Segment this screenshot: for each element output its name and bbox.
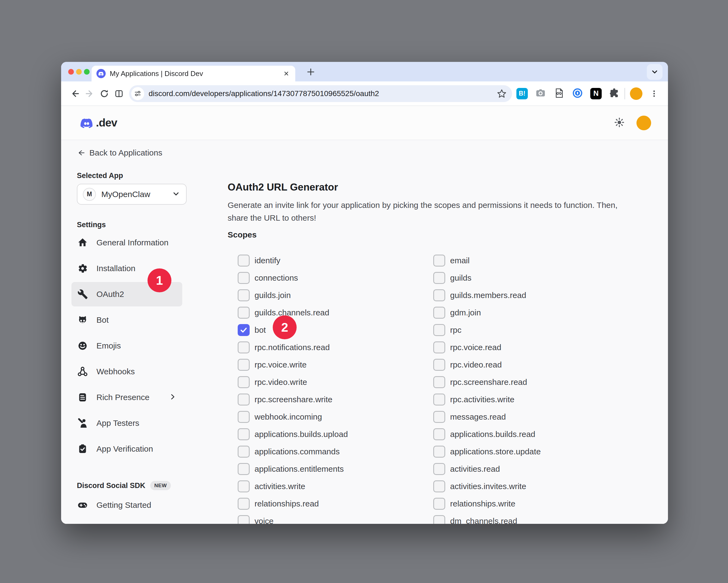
scope-row-rpc: rpc bbox=[433, 324, 541, 336]
page-title: OAuth2 URL Generator bbox=[228, 181, 668, 193]
scope-row-connections: connections bbox=[238, 272, 433, 284]
camera-extension-icon[interactable] bbox=[535, 87, 546, 100]
window-controls bbox=[68, 69, 89, 75]
sidebar-item-getting-started[interactable]: Getting Started bbox=[72, 493, 182, 517]
scope-row-identify: identify bbox=[238, 255, 433, 267]
sidebar-item-label: Emojis bbox=[97, 341, 121, 351]
page-content: Back to Applications Selected App M MyOp… bbox=[61, 140, 668, 524]
scope-label-applications-entitlements: applications.entitlements bbox=[255, 464, 344, 474]
scope-row-rpc-video-read: rpc.video.read bbox=[433, 359, 541, 371]
scope-checkbox-rpc-voice-write[interactable] bbox=[238, 359, 250, 371]
tab-search-button[interactable] bbox=[647, 64, 662, 80]
scope-label-relationships-read: relationships.read bbox=[255, 499, 319, 508]
scope-checkbox-guilds-join[interactable] bbox=[238, 289, 250, 301]
sidebar-item-app-testers[interactable]: App Testers bbox=[72, 411, 182, 435]
back-link-label: Back to Applications bbox=[89, 148, 162, 158]
scope-row-rpc-screenshare-read: rpc.screenshare.read bbox=[433, 376, 541, 388]
scope-checkbox-identify[interactable] bbox=[238, 255, 250, 267]
scope-checkbox-rpc-voice-read[interactable] bbox=[433, 341, 445, 353]
scope-checkbox-rpc-video-read[interactable] bbox=[433, 359, 445, 371]
extensions-puzzle-icon[interactable] bbox=[609, 88, 620, 100]
sidebar-item-general-information[interactable]: General Information bbox=[72, 230, 182, 255]
selected-app-label: Selected App bbox=[77, 171, 206, 180]
sidebar-item-label: General Information bbox=[97, 238, 168, 247]
clipboard-icon bbox=[77, 443, 88, 454]
back-button[interactable] bbox=[68, 86, 82, 101]
browser-profile-avatar[interactable] bbox=[630, 87, 643, 100]
scope-checkbox-connections[interactable] bbox=[238, 272, 250, 284]
sidebar-item-app-verification[interactable]: App Verification bbox=[72, 437, 182, 461]
scope-row-applications-builds-read: applications.builds.read bbox=[433, 428, 541, 440]
scope-checkbox-bot[interactable] bbox=[238, 324, 250, 336]
sidebar-item-bot[interactable]: Bot bbox=[72, 308, 182, 332]
scope-row-relationships-write: relationships.write bbox=[433, 498, 541, 510]
toolbar-divider bbox=[624, 88, 625, 99]
notion-extension-icon[interactable]: N bbox=[590, 88, 602, 99]
app-selector-dropdown[interactable]: M MyOpenClaw bbox=[77, 184, 187, 205]
scope-checkbox-gdm-join[interactable] bbox=[433, 307, 445, 318]
scope-row-rpc-voice-read: rpc.voice.read bbox=[433, 341, 541, 353]
scope-row-applications-store-update: applications.store.update bbox=[433, 446, 541, 457]
minimize-window-button[interactable] bbox=[76, 69, 82, 75]
tab-close-icon[interactable] bbox=[282, 70, 290, 78]
scope-checkbox-rpc-video-write[interactable] bbox=[238, 376, 250, 388]
close-window-button[interactable] bbox=[68, 69, 74, 75]
bookmark-star-icon[interactable] bbox=[496, 88, 507, 99]
scope-checkbox-rpc-notifications-read[interactable] bbox=[238, 341, 250, 353]
scope-checkbox-applications-builds-read[interactable] bbox=[433, 428, 445, 440]
scope-checkbox-rpc[interactable] bbox=[433, 324, 445, 336]
doc-link-extension-icon[interactable] bbox=[553, 87, 565, 100]
scope-checkbox-applications-store-update[interactable] bbox=[433, 446, 445, 457]
scope-row-rpc-notifications-read: rpc.notifications.read bbox=[238, 341, 433, 353]
user-avatar[interactable] bbox=[636, 116, 651, 130]
site-settings-icon[interactable] bbox=[131, 87, 144, 100]
sidebar-item-rich-presence[interactable]: Rich Presence bbox=[72, 385, 182, 410]
sidebar-item-emojis[interactable]: Emojis bbox=[72, 334, 182, 358]
browser-tab[interactable]: My Applications | Discord Dev bbox=[92, 66, 295, 81]
scope-checkbox-guilds-channels-read[interactable] bbox=[238, 307, 250, 318]
scope-checkbox-voice[interactable] bbox=[238, 515, 250, 524]
back-to-applications-link[interactable]: Back to Applications bbox=[77, 148, 206, 158]
browser-menu-icon[interactable] bbox=[647, 86, 661, 101]
scope-row-guilds-channels-read: guilds.channels.read bbox=[238, 307, 433, 318]
scope-label-guilds-channels-read: guilds.channels.read bbox=[255, 308, 329, 317]
reload-button[interactable] bbox=[97, 86, 112, 101]
scope-checkbox-messages-read[interactable] bbox=[433, 411, 445, 423]
scope-checkbox-email[interactable] bbox=[433, 255, 445, 267]
scope-checkbox-rpc-activities-write[interactable] bbox=[433, 393, 445, 406]
scope-checkbox-webhook-incoming[interactable] bbox=[238, 411, 250, 423]
scope-checkbox-applications-builds-upload[interactable] bbox=[238, 428, 250, 440]
scope-checkbox-applications-commands[interactable] bbox=[238, 446, 250, 457]
scope-checkbox-guilds[interactable] bbox=[433, 272, 445, 284]
sidebar-item-label: Rich Presence bbox=[97, 393, 149, 402]
scope-checkbox-relationships-read[interactable] bbox=[238, 498, 250, 510]
side-panel-button[interactable] bbox=[112, 86, 126, 101]
scope-checkbox-relationships-write[interactable] bbox=[433, 498, 445, 510]
discord-dev-logo[interactable]: .dev bbox=[78, 116, 117, 130]
scope-checkbox-activities-write[interactable] bbox=[238, 480, 250, 492]
forward-button[interactable] bbox=[82, 86, 97, 101]
scope-checkbox-activities-read[interactable] bbox=[433, 463, 445, 475]
scope-row-voice: voice bbox=[238, 515, 433, 524]
maximize-window-button[interactable] bbox=[84, 69, 89, 75]
scope-checkbox-activities-invites-write[interactable] bbox=[433, 480, 445, 492]
url-bar[interactable]: discord.com/developers/applications/1473… bbox=[129, 85, 512, 102]
sidebar-item-oauth2[interactable]: OAuth21 bbox=[72, 282, 182, 306]
gear-icon bbox=[77, 263, 88, 274]
scope-checkbox-dm-channels-read[interactable] bbox=[433, 515, 445, 524]
theme-toggle-sun-icon[interactable] bbox=[614, 117, 625, 129]
sidebar-item-webhooks[interactable]: Webhooks bbox=[72, 359, 182, 384]
url-text[interactable]: discord.com/developers/applications/1473… bbox=[149, 89, 496, 98]
1password-extension-icon[interactable] bbox=[572, 87, 583, 100]
hatena-extension-icon[interactable]: B! bbox=[516, 88, 528, 99]
scope-label-applications-builds-upload: applications.builds.upload bbox=[255, 429, 348, 439]
browser-toolbar: discord.com/developers/applications/1473… bbox=[61, 81, 668, 106]
scope-checkbox-guilds-members-read[interactable] bbox=[433, 289, 445, 301]
scope-checkbox-applications-entitlements[interactable] bbox=[238, 463, 250, 475]
new-tab-button[interactable] bbox=[306, 67, 316, 77]
scope-label-rpc-video-read: rpc.video.read bbox=[450, 360, 502, 369]
scope-row-messages-read: messages.read bbox=[433, 411, 541, 423]
scope-checkbox-rpc-screenshare-write[interactable] bbox=[238, 393, 250, 406]
scope-label-activities-write: activities.write bbox=[255, 482, 305, 491]
scope-checkbox-rpc-screenshare-read[interactable] bbox=[433, 376, 445, 388]
